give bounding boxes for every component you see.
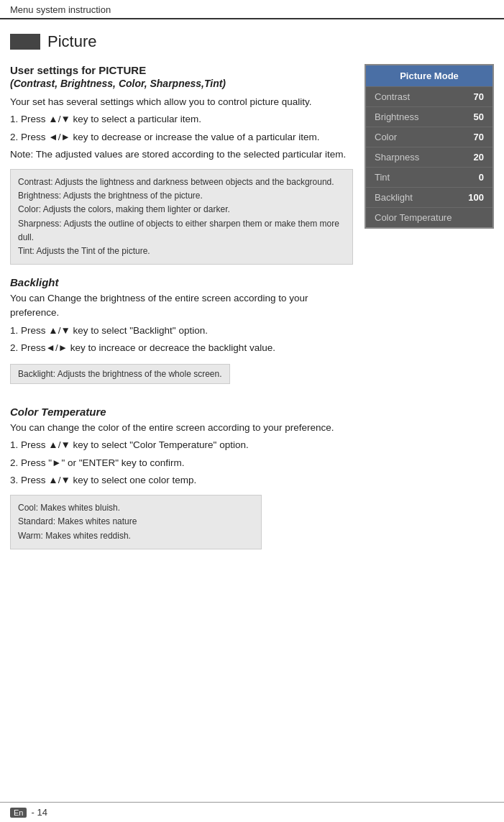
menu-item-color-label: Color bbox=[375, 132, 397, 142]
backlight-hint: Backlight: Adjusts the brightness of the… bbox=[10, 364, 230, 384]
menu-panel: Picture Mode Contrast 70 Brightness 50 C… bbox=[365, 64, 494, 229]
color-temp-hint-line1: Cool: Makes whites bluish. bbox=[18, 501, 254, 515]
color-temp-hint-box: Cool: Makes whites bluish. Standard: Mak… bbox=[10, 495, 262, 549]
note-line3: Color: Adjusts the colors, making them l… bbox=[18, 203, 345, 216]
menu-item-sharpness[interactable]: Sharpness 20 bbox=[366, 147, 492, 167]
user-settings-note: Note: The adjusted values are stored acc… bbox=[10, 147, 353, 162]
color-temp-desc: You can change the color of the entire s… bbox=[10, 421, 353, 435]
note-box: Contrast: Adjusts the lightness and dark… bbox=[10, 169, 353, 265]
footer-page: - 14 bbox=[31, 807, 47, 818]
backlight-step2: 2. Press◄/► key to increace or decreace … bbox=[10, 341, 353, 355]
color-temp-title: Color Temperature bbox=[10, 406, 353, 418]
note-line5: Tint: Adjusts the Tint of the picture. bbox=[18, 245, 345, 258]
user-settings-step2: 2. Press ◄/► key to decrease or increase… bbox=[10, 130, 353, 145]
backlight-step1: 1. Press ▲/▼ key to select "Backlight" o… bbox=[10, 324, 353, 338]
menu-panel-header: Picture Mode bbox=[366, 65, 492, 86]
color-temp-step3: 3. Press ▲/▼ key to select one color tem… bbox=[10, 473, 353, 488]
menu-item-tint-label: Tint bbox=[375, 172, 390, 183]
menu-item-tint-value: 0 bbox=[479, 172, 484, 183]
backlight-desc: You can Change the brightness of the ent… bbox=[10, 291, 353, 321]
menu-item-contrast[interactable]: Contrast 70 bbox=[366, 86, 492, 106]
menu-item-backlight-label: Backlight bbox=[375, 192, 413, 203]
menu-item-brightness-label: Brightness bbox=[375, 111, 418, 122]
menu-item-sharpness-label: Sharpness bbox=[375, 152, 419, 163]
color-temp-step1: 1. Press ▲/▼ key to select "Color Temper… bbox=[10, 438, 353, 452]
note-line4: Sharpness: Adjusts the outline of object… bbox=[18, 217, 345, 245]
color-temp-hint-line3: Warm: Makes whites reddish. bbox=[18, 529, 254, 543]
menu-item-brightness-value: 50 bbox=[474, 111, 484, 122]
menu-item-tint[interactable]: Tint 0 bbox=[366, 167, 492, 187]
menu-item-color-temperature-label: Color Temperature bbox=[375, 212, 452, 223]
menu-item-backlight-value: 100 bbox=[468, 192, 484, 203]
page-footer: En - 14 bbox=[0, 802, 504, 822]
footer-lang: En bbox=[10, 808, 27, 818]
menu-item-brightness[interactable]: Brightness 50 bbox=[366, 106, 492, 127]
section-icon bbox=[10, 34, 40, 50]
note-line2: Brightness: Adjusts the brightness of th… bbox=[18, 189, 345, 203]
menu-item-color[interactable]: Color 70 bbox=[366, 127, 492, 147]
menu-item-contrast-label: Contrast bbox=[375, 91, 410, 102]
menu-item-sharpness-value: 20 bbox=[474, 152, 484, 163]
menu-item-contrast-value: 70 bbox=[474, 91, 484, 102]
header-title: Menu system instruction bbox=[10, 4, 111, 15]
section-title: Picture bbox=[47, 32, 96, 51]
user-settings-step1: 1. Press ▲/▼ key to select a particular … bbox=[10, 112, 353, 127]
user-settings-subtitle: (Contrast, Brightness, Color, Sharpness,… bbox=[10, 78, 353, 89]
section-title-row: Picture bbox=[10, 32, 494, 51]
left-column: User settings for PICTURE (Contrast, Bri… bbox=[10, 64, 353, 549]
menu-item-color-value: 70 bbox=[474, 132, 484, 142]
note-line1: Contrast: Adjusts the lightness and dark… bbox=[18, 175, 345, 189]
color-temp-hint-line2: Standard: Makes whites nature bbox=[18, 515, 254, 529]
user-settings-desc: Your set has several settings which allo… bbox=[10, 95, 353, 109]
right-column: Picture Mode Contrast 70 Brightness 50 C… bbox=[365, 64, 494, 549]
main-layout: User settings for PICTURE (Contrast, Bri… bbox=[10, 64, 494, 549]
menu-item-backlight[interactable]: Backlight 100 bbox=[366, 187, 492, 207]
user-settings-title: User settings for PICTURE bbox=[10, 64, 353, 76]
page-header: Menu system instruction bbox=[0, 0, 504, 19]
menu-item-color-temperature[interactable]: Color Temperature bbox=[366, 207, 492, 227]
backlight-title: Backlight bbox=[10, 276, 353, 288]
color-temp-step2: 2. Press "►" or "ENTER" key to confirm. bbox=[10, 456, 353, 470]
